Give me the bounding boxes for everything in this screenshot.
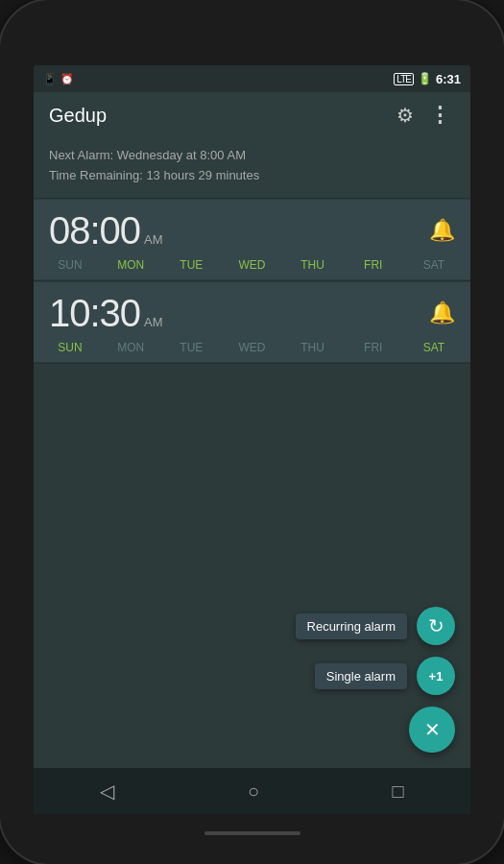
phone-screen: 📱 ⏰ LTE 🔋 6:31 Gedup ⚙ ⋮ Next Alarm: Wed…	[34, 65, 470, 814]
alarm-card-1[interactable]: 08:00 AM 🔔 SUN MON TUE WED THU FRI SAT	[34, 200, 470, 279]
recurring-alarm-button[interactable]: ↻	[417, 607, 455, 645]
status-left-icons: 📱 ⏰	[43, 73, 74, 85]
single-alarm-label: Single alarm	[315, 663, 407, 689]
content-area: Recurring alarm ↻ Single alarm +1 ✕	[34, 364, 470, 768]
alarm-time-row-1: 08:00 AM 🔔	[49, 209, 455, 252]
day-mon-1[interactable]: MON	[111, 258, 150, 272]
day-thu-2[interactable]: THU	[294, 341, 332, 354]
alarm-bell-icon-1[interactable]: 🔔	[429, 218, 455, 243]
alarm-card-2[interactable]: 10:30 AM 🔔 SUN MON TUE WED THU FRI SAT	[34, 282, 470, 362]
alarm-days-2: SUN MON TUE WED THU FRI SAT	[49, 341, 455, 354]
alarm-time-display-1: 08:00 AM	[49, 209, 163, 252]
fab-single-item: Single alarm +1	[315, 657, 455, 695]
home-button[interactable]: ○	[228, 773, 278, 810]
phone-device: 📱 ⏰ LTE 🔋 6:31 Gedup ⚙ ⋮ Next Alarm: Wed…	[0, 0, 504, 864]
status-time: 6:31	[436, 72, 461, 86]
recurring-alarm-label: Recurring alarm	[296, 613, 407, 639]
home-indicator	[204, 831, 300, 835]
single-alarm-button[interactable]: +1	[417, 657, 455, 695]
app-title: Gedup	[49, 105, 393, 127]
more-options-button[interactable]: ⋮	[425, 99, 455, 132]
recents-button[interactable]: □	[373, 773, 423, 810]
next-alarm-text: Next Alarm: Wednesday at 8:00 AM	[49, 146, 455, 166]
info-section: Next Alarm: Wednesday at 8:00 AM Time Re…	[34, 138, 470, 198]
day-mon-2[interactable]: MON	[111, 341, 150, 354]
day-sat-2[interactable]: SAT	[415, 341, 453, 354]
status-bar: 📱 ⏰ LTE 🔋 6:31	[34, 65, 470, 92]
alarm-time-row-2: 10:30 AM 🔔	[49, 292, 455, 335]
alarm-digits-1: 08:00	[49, 209, 140, 252]
settings-button[interactable]: ⚙	[393, 100, 418, 131]
app-bar: Gedup ⚙ ⋮	[34, 92, 470, 138]
nav-bar: ◁ ○ □	[34, 768, 470, 814]
fab-close-button[interactable]: ✕	[409, 707, 455, 753]
alarm-status-icon: ⏰	[60, 73, 74, 85]
alarm-time-display-2: 10:30 AM	[49, 292, 163, 335]
battery-icon: 🔋	[418, 72, 432, 85]
day-tue-2[interactable]: TUE	[172, 341, 210, 354]
alarm-digits-2: 10:30	[49, 292, 140, 335]
day-sun-2[interactable]: SUN	[51, 341, 89, 354]
alarm-bell-icon-2[interactable]: 🔔	[429, 300, 455, 325]
app-bar-actions: ⚙ ⋮	[393, 99, 455, 132]
day-wed-2[interactable]: WED	[232, 341, 271, 354]
divider-1	[34, 198, 470, 199]
divider-2	[34, 280, 470, 281]
day-thu-1[interactable]: THU	[294, 258, 332, 272]
fab-close-item: ✕	[409, 707, 455, 753]
status-right: LTE 🔋 6:31	[394, 72, 461, 86]
day-sun-1[interactable]: SUN	[51, 258, 89, 272]
signal-icon: LTE	[394, 73, 414, 85]
fab-recurring-item: Recurring alarm ↻	[296, 607, 455, 645]
back-button[interactable]: ◁	[81, 772, 133, 810]
alarm-days-1: SUN MON TUE WED THU FRI SAT	[49, 258, 455, 272]
alarm-ampm-1: AM	[144, 232, 163, 247]
fab-menu: Recurring alarm ↻ Single alarm +1 ✕	[296, 607, 455, 753]
day-sat-1[interactable]: SAT	[415, 258, 453, 272]
day-tue-1[interactable]: TUE	[172, 258, 210, 272]
day-fri-2[interactable]: FRI	[354, 341, 393, 354]
bottom-phone-area	[204, 814, 300, 852]
time-remaining-text: Time Remaining: 13 hours 29 minutes	[49, 166, 455, 186]
day-wed-1[interactable]: WED	[232, 258, 271, 272]
alarm-ampm-2: AM	[144, 315, 163, 329]
sim-icon: 📱	[43, 73, 57, 85]
day-fri-1[interactable]: FRI	[354, 258, 393, 272]
